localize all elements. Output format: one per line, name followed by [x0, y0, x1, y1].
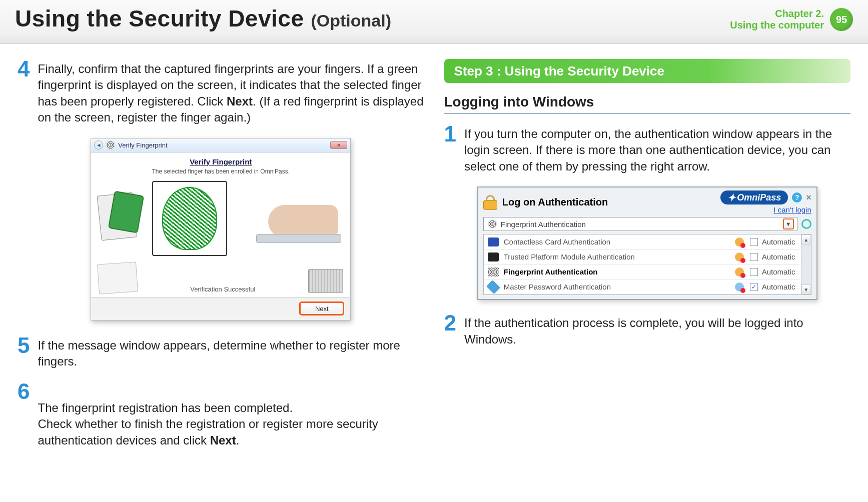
- omnipass-brand: ✦OmniPass: [720, 190, 788, 204]
- auth-row-label: Master Password Authentication: [504, 282, 735, 291]
- step-6: 6 The fingerprint registration has been …: [18, 382, 424, 448]
- cant-login-link[interactable]: I can't login: [773, 206, 811, 214]
- step-4-bold: Next: [227, 94, 253, 108]
- step-6-text: The fingerprint registration has been co…: [38, 382, 424, 448]
- auth-method-list: Contactless Card Authentication Automati…: [483, 234, 811, 295]
- auth-row-checkbox[interactable]: ✓: [750, 283, 758, 291]
- auth-select-value: Fingerprint Authentication: [501, 220, 586, 228]
- user-status-icon: [735, 282, 744, 292]
- step-4-text: Finally, confirm that the captured finge…: [38, 59, 424, 126]
- page-title: Using the Security Device: [15, 5, 304, 32]
- dropdown-arrow-icon[interactable]: ▼: [783, 218, 794, 230]
- auth-row-auto: Automatic: [762, 282, 807, 291]
- verify-heading: Verify Fingerprint: [98, 158, 343, 166]
- step-6-number: 6: [18, 382, 30, 448]
- verify-subtext: The selected finger has been enrolled in…: [98, 168, 343, 175]
- logon-header-left: Log on Authentication: [483, 195, 608, 210]
- logon-title: Log on Authentication: [502, 196, 608, 208]
- auth-row-label: Fingerprint Authentication: [504, 268, 735, 276]
- step-5-text: If the message window appears, determine…: [38, 336, 424, 370]
- fingerprint-icon: [488, 220, 497, 228]
- scrollbar[interactable]: ▲ ▼: [801, 234, 811, 294]
- close-icon[interactable]: ×: [806, 192, 811, 203]
- step-6-text-b: .: [236, 434, 240, 447]
- close-button[interactable]: [330, 141, 347, 149]
- auth-select-row: Fingerprint Authentication ▼: [478, 215, 816, 234]
- step-4-number: 4: [18, 59, 30, 126]
- auth-row-tpm[interactable]: Trusted Platform Module Authentication A…: [484, 250, 811, 264]
- scroll-down-icon[interactable]: ▼: [801, 284, 811, 294]
- verify-lower-row: Verification Successful: [98, 263, 343, 293]
- verify-status: Verification Successful: [137, 286, 308, 293]
- user-status-icon: [735, 238, 744, 246]
- tpm-icon: [488, 252, 499, 262]
- window-title-group: ◄ Verify Fingerprint: [94, 140, 167, 150]
- auth-row-label: Contactless Card Authentication: [504, 238, 735, 246]
- step-6-text-a: The fingerprint registration has been co…: [38, 401, 378, 447]
- step-1-number: 1: [444, 124, 456, 174]
- page-header: Using the Security Device (Optional) Cha…: [0, 0, 868, 44]
- header-left: Using the Security Device (Optional): [15, 5, 391, 32]
- omnipass-brand-text: OmniPass: [737, 192, 781, 203]
- step-5: 5 If the message window appears, determi…: [18, 336, 424, 370]
- refresh-icon[interactable]: [801, 219, 811, 229]
- card-icon: [488, 238, 499, 246]
- step-4: 4 Finally, confirm that the captured fin…: [18, 59, 424, 126]
- page-number-badge: 95: [830, 8, 853, 31]
- window-body: Verify Fingerprint The selected finger h…: [91, 152, 350, 297]
- window-titlebar: ◄ Verify Fingerprint: [91, 138, 350, 152]
- fingerprint-preview: [152, 181, 227, 256]
- key μ-icon: [486, 280, 500, 294]
- id-cards-icon: [98, 191, 143, 246]
- next-button[interactable]: Next: [299, 302, 344, 316]
- chapter-line-1: Chapter 2.: [730, 8, 824, 20]
- logon-header-right: ✦OmniPass ? × I can't login: [720, 190, 811, 214]
- step-2: 2 If the authentication process is compl…: [444, 313, 851, 348]
- left-column: 4 Finally, confirm that the captured fin…: [18, 59, 424, 492]
- auth-row-checkbox[interactable]: [750, 238, 758, 246]
- chapter-line-2: Using the computer: [730, 20, 824, 31]
- header-right: Chapter 2. Using the computer 95: [730, 5, 853, 31]
- auth-select[interactable]: Fingerprint Authentication ▼: [483, 217, 797, 231]
- step-2-text: If the authentication process is complet…: [464, 313, 850, 348]
- logon-header: Log on Authentication ✦OmniPass ? × I ca…: [478, 188, 816, 215]
- omnipass-brand-group: ✦OmniPass ? ×: [720, 190, 811, 204]
- window-title: Verify Fingerprint: [118, 142, 167, 149]
- fingerprint-icon: [106, 140, 115, 150]
- auth-row-auto: Automatic: [762, 252, 807, 261]
- auth-row-label: Trusted Platform Module Authentication: [504, 252, 735, 261]
- hand-scanner-illustration: [236, 191, 343, 246]
- user-status-icon: [735, 268, 744, 276]
- logon-authentication-window: Log on Authentication ✦OmniPass ? × I ca…: [477, 186, 817, 300]
- auth-row-contactless-card[interactable]: Contactless Card Authentication Automati…: [484, 234, 811, 250]
- help-icon[interactable]: ?: [792, 192, 802, 202]
- auth-row-fingerprint[interactable]: Fingerprint Authentication Automatic: [484, 264, 811, 280]
- auth-row-checkbox[interactable]: [750, 268, 758, 276]
- back-icon[interactable]: ◄: [94, 140, 103, 150]
- chip-icon: [308, 269, 343, 293]
- fingerprint-icon: [488, 268, 499, 276]
- auth-row-checkbox[interactable]: [750, 253, 758, 261]
- step-1: 1 If you turn the computer on, the authe…: [444, 124, 851, 174]
- verify-fingerprint-window: ◄ Verify Fingerprint Verify Fingerprint …: [91, 138, 351, 320]
- scroll-up-icon[interactable]: ▲: [801, 234, 811, 244]
- auth-row-auto: Automatic: [762, 238, 807, 246]
- verify-row: [98, 181, 343, 256]
- auth-row-auto: Automatic: [762, 268, 807, 276]
- auth-row-master-password[interactable]: Master Password Authentication ✓ Automat…: [484, 280, 811, 294]
- lock-icon: [483, 195, 497, 210]
- logging-into-windows-heading: Logging into Windows: [444, 94, 851, 114]
- page-title-optional: (Optional): [311, 11, 391, 30]
- chapter-label: Chapter 2. Using the computer: [730, 8, 824, 31]
- step-3-banner: Step 3 : Using the Security Device: [444, 59, 851, 83]
- right-column: Step 3 : Using the Security Device Loggi…: [444, 59, 851, 492]
- step-6-bold: Next: [210, 434, 236, 447]
- user-status-icon: [735, 252, 744, 262]
- certificate-icon: [97, 262, 138, 294]
- step-2-number: 2: [444, 313, 456, 348]
- step-5-number: 5: [18, 336, 30, 370]
- window-footer: Next: [91, 297, 350, 320]
- step-1-text: If you turn the computer on, the authent…: [464, 124, 850, 174]
